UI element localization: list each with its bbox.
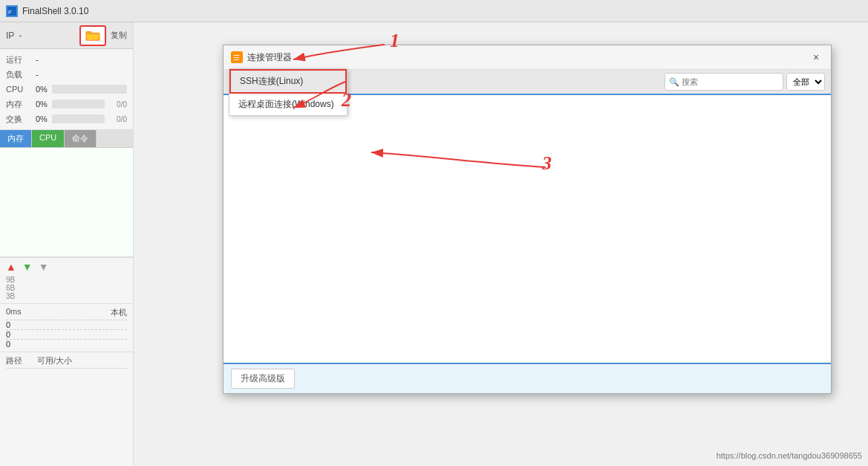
tab-command[interactable]: 命令	[65, 130, 97, 147]
main-layout: IP - 复制 运行 - 负载 - CPU 0%	[0, 22, 868, 466]
swap-bar	[52, 114, 105, 123]
tab-bar: 内存 CPU 命令	[0, 130, 133, 148]
run-label: 运行	[6, 54, 36, 65]
arrow-up-icon: ▲	[6, 261, 16, 273]
arrow-right-icon: ▼	[39, 261, 49, 273]
dash-label: -	[19, 30, 22, 41]
copy-label: 复制	[111, 30, 127, 41]
sidebar: IP - 复制 运行 - 负载 - CPU 0%	[0, 22, 134, 466]
run-value: -	[36, 55, 127, 64]
swap-label: 交换	[6, 114, 36, 125]
open-connection-button[interactable]	[79, 25, 106, 46]
dialog-search: 🔍 全部	[665, 73, 825, 91]
arrow-down-icon: ▼	[22, 261, 33, 273]
svg-text:☰: ☰	[233, 54, 240, 62]
dialog-footer: 升级高级版	[223, 363, 831, 393]
disk-col-size: 可用/大小	[37, 355, 72, 366]
rdp-windows-option[interactable]: 远程桌面连接(Windows)	[229, 94, 347, 115]
network-section: ▲ ▼ ▼ 9B 6B 3B	[0, 257, 133, 303]
latency-local: 本机	[111, 307, 127, 318]
connection-type-dropdown: SSH连接(Linux) 远程桌面连接(Windows)	[229, 68, 347, 116]
upgrade-button[interactable]: 升级高级版	[231, 369, 295, 389]
search-input[interactable]	[665, 73, 783, 91]
dialog-app-icon: ☰	[231, 51, 243, 63]
network-3b: 3B	[6, 292, 127, 300]
load-label: 负载	[6, 69, 36, 80]
dialog-titlebar: ☰ 连接管理器 ×	[223, 45, 831, 70]
network-labels: 9B 6B 3B	[6, 276, 127, 300]
mem-bar	[52, 100, 105, 109]
cpu-label: CPU	[6, 85, 36, 94]
watermark: https://blog.csdn.net/tangdou369098655	[717, 451, 862, 460]
dialog-title: 连接管理器	[247, 51, 292, 64]
stat-row-mem: 内存 0% 0/0	[6, 97, 127, 111]
cpu-bar	[52, 85, 127, 94]
dialog-title-left: ☰ 连接管理器	[231, 51, 292, 64]
stat-row-run: 运行 -	[6, 52, 127, 67]
cpu-value: 0%	[36, 85, 48, 94]
swap-right: 0/0	[105, 115, 127, 123]
disk-col-path: 路径	[6, 355, 22, 366]
swap-value: 0%	[36, 114, 48, 123]
stat-row-cpu: CPU 0%	[6, 82, 127, 97]
mem-label: 内存	[6, 99, 36, 110]
disk-section: 路径 可用/大小	[0, 352, 133, 467]
ssh-linux-option[interactable]: SSH连接(Linux)	[229, 69, 347, 94]
stat-row-swap: 交换 0% 0/0	[6, 111, 127, 126]
latency-val-1: 0	[6, 320, 127, 329]
latency-val-3: 0	[6, 339, 127, 349]
tab-memory[interactable]: 内存	[0, 130, 32, 147]
chart-area	[0, 148, 133, 257]
content-area: ☰ 连接管理器 ×	[134, 22, 868, 466]
filter-select[interactable]: 全部	[786, 73, 825, 91]
latency-ms: 0ms	[6, 307, 22, 318]
ip-label: IP	[6, 30, 14, 41]
latency-header: 0ms 本机	[6, 307, 127, 318]
mem-right: 0/0	[105, 100, 127, 109]
mem-value: 0%	[36, 100, 48, 109]
dialog-body	[223, 95, 831, 363]
svg-text:F: F	[8, 9, 12, 16]
sidebar-toolbar: IP - 复制	[0, 22, 133, 49]
load-value: -	[36, 70, 127, 79]
latency-section: 0ms 本机 0 0 0	[0, 303, 133, 352]
network-9b: 9B	[6, 276, 127, 284]
disk-header: 路径 可用/大小	[6, 355, 127, 369]
dialog-close-button[interactable]: ×	[809, 50, 823, 65]
tab-cpu[interactable]: CPU	[32, 130, 65, 147]
stats-section: 运行 - 负载 - CPU 0% 内存 0% 0/0	[0, 49, 133, 130]
search-icon: 🔍	[669, 77, 679, 87]
network-arrows: ▲ ▼ ▼	[6, 261, 127, 273]
network-6b: 6B	[6, 284, 127, 292]
stat-row-load: 负载 -	[6, 67, 127, 82]
app-icon: F	[6, 5, 18, 17]
title-bar: F FinalShell 3.0.10	[0, 0, 868, 22]
latency-val-2: 0	[6, 329, 127, 339]
app-title: FinalShell 3.0.10	[22, 6, 88, 16]
